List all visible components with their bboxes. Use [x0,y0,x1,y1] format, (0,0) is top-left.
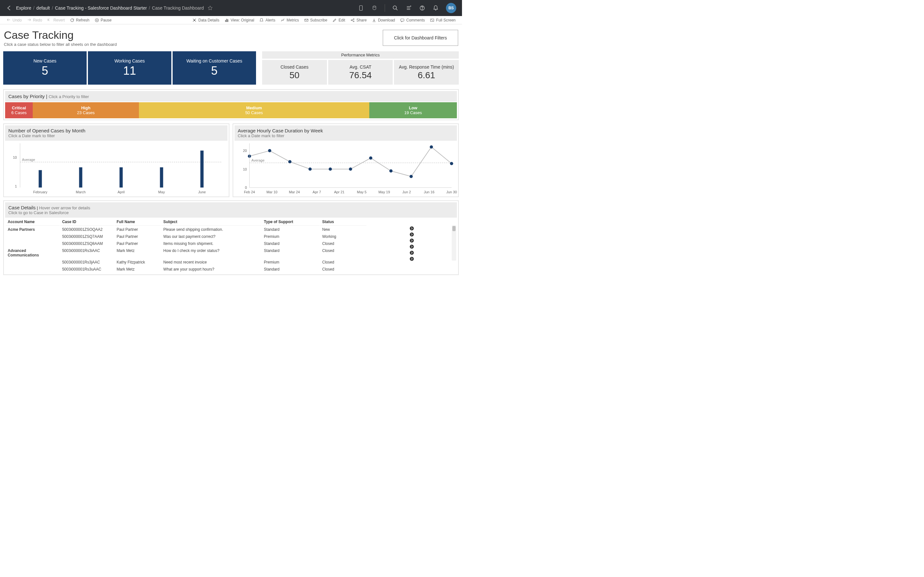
breadcrumb-explore[interactable]: Explore [16,5,31,11]
chart-week-hint: Click a Date mark to filter [238,133,454,138]
details-hint: Hover over arrow for details [39,205,90,210]
perf-value: 50 [289,70,299,81]
svg-rect-27 [160,167,163,187]
topbar-right: BS [358,3,456,13]
svg-text:May 19: May 19 [378,190,390,194]
kpi-waiting-cases[interactable]: Waiting on Customer Cases 5 [173,51,256,85]
svg-point-6 [95,18,99,22]
col-header: Subject [162,218,261,226]
device-preview-icon[interactable] [358,5,364,11]
go-arrow-icon[interactable] [409,232,415,237]
kpi-new-cases[interactable]: New Cases 5 [3,51,87,85]
svg-point-1 [373,6,376,7]
edit-button[interactable]: Edit [330,18,348,23]
pause-button[interactable]: Pause [92,18,114,23]
svg-text:20: 20 [243,149,247,153]
view-button[interactable]: View: Original [222,18,257,23]
go-arrow-icon[interactable] [409,250,415,255]
comments-button[interactable]: Comments [397,18,427,23]
go-arrow-icon[interactable] [409,256,415,261]
svg-text:0: 0 [245,185,247,189]
search-icon[interactable] [392,5,399,11]
back-arrow-icon[interactable] [6,5,13,11]
svg-text:April: April [118,190,124,194]
kpi-value: 5 [42,64,48,77]
metrics-button[interactable]: Metrics [278,18,302,23]
svg-point-62 [410,239,414,243]
table-row[interactable]: 5003i000001ZSQ7AAMPaul PartnerWas our la… [6,234,367,240]
notifications-icon[interactable] [433,5,439,11]
svg-text:Jun 30: Jun 30 [446,190,457,194]
dashboard: Case Tracking Click a case status below … [0,24,462,288]
table-row[interactable]: Acme Partners5003i000001ZSOQAA2Paul Part… [6,226,367,233]
toolbar: Undo Redo Revert Refresh Pause Data Deta… [0,16,462,24]
svg-rect-23 [79,167,82,187]
chart-week-panel: Average Hourly Case Duration by Week Cli… [233,123,459,197]
svg-rect-29 [200,151,204,187]
details-panel: Case Details | Hover over arrow for deta… [3,200,459,275]
download-button[interactable]: Download [369,18,397,23]
refresh-button[interactable]: Refresh [67,18,92,23]
table-row[interactable]: 5003i000001ZSQ8AAMPaul PartnerItems miss… [6,240,367,247]
alerts-button[interactable]: Alerts [257,18,278,23]
share-button[interactable]: Share [348,18,369,23]
priority-high[interactable]: High23 Cases [33,102,139,118]
revert-button[interactable]: Revert [45,18,67,23]
svg-text:Jun 2: Jun 2 [402,190,411,194]
undo-button[interactable]: Undo [4,18,24,23]
kpi-label: Waiting on Customer Cases [186,58,242,63]
svg-point-42 [349,168,352,171]
svg-text:Jun 16: Jun 16 [424,190,435,194]
table-row[interactable]: 5003i000001Rs3uAACMark MetzWhat are your… [6,266,367,272]
svg-text:March: March [76,190,86,194]
priority-critical[interactable]: Critical6 Cases [5,102,33,118]
help-icon[interactable] [419,5,425,11]
svg-point-64 [410,251,414,255]
fullscreen-button[interactable]: Full Screen [427,18,458,23]
svg-point-43 [369,156,373,160]
breadcrumb-current: Case Tracking Dashboard [152,5,204,11]
details-scrollbar[interactable] [452,226,456,261]
data-details-button[interactable]: Data Details [190,18,222,23]
top-nav: Explore / default / Case Tracking - Sale… [0,0,462,16]
breadcrumb-workbook[interactable]: Case Tracking - Salesforce Dashboard Sta… [55,5,147,11]
go-arrow-icon[interactable] [409,244,415,250]
chart-month-hint: Click a Date mark to filter [8,133,224,138]
priority-low[interactable]: Low19 Cases [369,102,457,118]
table-row[interactable]: Advanced Communications5003i000001Rs3iAA… [6,247,367,258]
kpi-working-cases[interactable]: Working Cases 11 [88,51,171,85]
breadcrumb-default[interactable]: default [36,5,50,11]
favorite-star-icon[interactable] [207,5,213,11]
svg-text:Mar 10: Mar 10 [266,190,277,194]
svg-text:June: June [198,190,206,194]
go-arrow-icon[interactable] [409,238,415,243]
redo-button[interactable]: Redo [24,18,45,23]
table-row[interactable]: 5003i000001Rs3jAACKathy FitzpatrickNeed … [6,259,367,266]
subscribe-button[interactable]: Subscribe [302,18,330,23]
kpi-value: 11 [123,64,136,77]
svg-point-40 [309,168,312,171]
go-arrow-icon[interactable] [409,226,415,231]
perf-avg-csat[interactable]: Avg. CSAT 76.54 [328,60,393,85]
perf-closed-cases[interactable]: Closed Cases 50 [262,60,327,85]
svg-text:May 5: May 5 [357,190,367,194]
details-table: Account NameCase IDFull NameSubjectType … [5,218,367,273]
svg-text:Average: Average [252,158,265,162]
perf-avg-response[interactable]: Avg. Response Time (mins) 6.61 [394,60,459,85]
datasource-icon[interactable] [371,5,378,11]
avatar[interactable]: BS [446,3,456,13]
chart-week-body[interactable]: 20100AverageFeb 24Mar 10Mar 24Apr 7Apr 2… [234,141,457,195]
svg-point-44 [389,169,393,172]
svg-text:Apr 7: Apr 7 [312,190,321,194]
dash-header: Case Tracking Click a case status below … [3,29,459,50]
chart-month-body[interactable]: 101AverageFebruaryMarchAprilMayJune [5,141,228,195]
svg-text:10: 10 [13,155,17,159]
svg-point-41 [329,168,332,171]
list-icon[interactable] [405,5,412,11]
priority-medium[interactable]: Medium50 Cases [139,102,369,118]
dashboard-filters-button[interactable]: Click for Dashboard Filters [383,30,458,46]
kpi-label: Working Cases [115,58,145,63]
svg-text:May: May [158,190,165,194]
svg-rect-25 [120,167,123,187]
priority-hint: Click a Priority to filter [49,94,89,99]
